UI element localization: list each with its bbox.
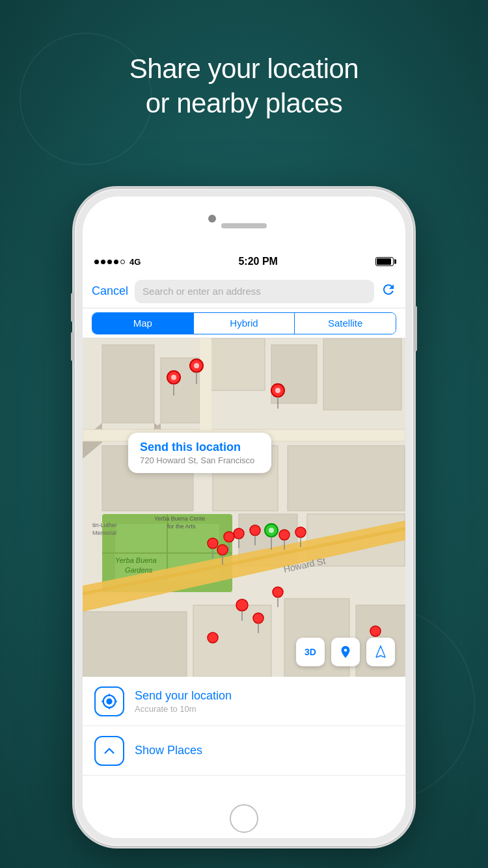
svg-point-38 — [194, 363, 199, 368]
front-camera — [208, 215, 216, 223]
send-location-icon-container — [94, 686, 124, 716]
send-location-item[interactable]: Send your location Accurate to 10m — [83, 677, 405, 726]
list-area: Send your location Accurate to 10m Show … — [83, 677, 405, 776]
signal-dot-5 — [120, 260, 125, 264]
status-bar: 4G 5:20 PM — [83, 249, 405, 275]
svg-text:Memorial: Memorial — [92, 530, 116, 536]
svg-point-64 — [253, 613, 264, 623]
callout-title: Send this location — [140, 441, 260, 454]
cancel-button[interactable]: Cancel — [92, 284, 128, 298]
svg-point-50 — [224, 532, 234, 542]
svg-text:Yerba Buena Cente: Yerba Buena Cente — [154, 515, 205, 522]
refresh-icon — [381, 282, 396, 297]
headline-line2: or nearby places — [146, 88, 343, 118]
search-bar-row: Cancel Search or enter an address — [83, 275, 405, 308]
svg-point-41 — [275, 388, 280, 393]
show-places-item[interactable]: Show Places — [83, 726, 405, 776]
phone-frame: 4G 5:20 PM Cancel Search or enter an add… — [75, 189, 413, 846]
network-type: 4G — [129, 257, 141, 267]
signal-area: 4G — [94, 257, 141, 267]
volume-down-button — [71, 332, 74, 361]
svg-point-67 — [370, 626, 381, 636]
current-location-icon — [100, 692, 118, 711]
svg-rect-3 — [206, 338, 265, 390]
battery-indicator — [375, 257, 394, 266]
svg-point-54 — [295, 527, 306, 537]
svg-point-58 — [217, 545, 228, 555]
svg-point-46 — [234, 528, 244, 539]
svg-point-69 — [106, 698, 112, 704]
battery-area — [375, 257, 394, 266]
pin-button[interactable] — [331, 638, 360, 666]
earpiece-speaker — [221, 223, 267, 228]
show-places-text: Show Places — [135, 744, 202, 757]
svg-point-60 — [273, 587, 283, 597]
tab-satellite[interactable]: Satellite — [295, 313, 396, 334]
phone-bottom-bezel — [83, 799, 405, 838]
svg-text:Yerba Buena: Yerba Buena — [115, 556, 157, 564]
battery-fill — [377, 258, 391, 265]
signal-dot-3 — [107, 260, 112, 264]
signal-dot-4 — [114, 260, 118, 264]
tab-container: Map Hybrid Satellite — [92, 312, 396, 334]
navigate-icon — [373, 645, 388, 659]
location-callout[interactable]: Send this location 720 Howard St, San Fr… — [128, 433, 271, 473]
svg-point-35 — [171, 375, 176, 380]
screen-content: 4G 5:20 PM Cancel Search or enter an add… — [83, 249, 405, 838]
show-places-icon-container — [94, 736, 124, 766]
show-places-title: Show Places — [135, 744, 202, 757]
headline: Share your location or nearby places — [0, 52, 488, 120]
svg-text:Gardens: Gardens — [125, 566, 153, 574]
volume-up-button — [71, 293, 74, 322]
refresh-button[interactable] — [381, 282, 396, 301]
signal-dot-1 — [94, 260, 99, 264]
phone-top-bezel — [83, 197, 405, 249]
search-placeholder: Search or enter an address — [142, 286, 261, 297]
send-location-subtitle: Accurate to 10m — [135, 704, 232, 714]
tab-map[interactable]: Map — [92, 313, 193, 334]
svg-rect-23 — [83, 612, 187, 677]
svg-point-48 — [250, 525, 260, 536]
phone-screen: 4G 5:20 PM Cancel Search or enter an add… — [83, 197, 405, 838]
signal-dot-2 — [101, 260, 105, 264]
status-time: 5:20 PM — [238, 256, 277, 267]
show-places-icon — [101, 742, 118, 759]
tab-hybrid[interactable]: Hybrid — [194, 313, 295, 334]
svg-rect-1 — [102, 345, 154, 423]
callout-address: 720 Howard St, San Francisco — [140, 455, 260, 465]
svg-point-56 — [208, 538, 218, 549]
3d-button[interactable]: 3D — [296, 638, 325, 666]
home-button[interactable] — [230, 804, 258, 833]
send-location-text: Send your location Accurate to 10m — [135, 689, 232, 714]
map-svg: Howard St tin-Luther Memorial Yerba Buen… — [83, 338, 405, 677]
svg-point-62 — [236, 599, 248, 611]
svg-rect-5 — [323, 338, 401, 410]
power-button — [414, 306, 417, 351]
map-controls: 3D — [296, 638, 395, 666]
svg-point-44 — [269, 528, 274, 533]
svg-point-52 — [279, 530, 290, 540]
map-type-tabs: Map Hybrid Satellite — [83, 308, 405, 338]
navigate-button[interactable] — [366, 638, 395, 666]
search-input[interactable]: Search or enter an address — [135, 280, 374, 303]
pin-icon — [338, 645, 353, 659]
send-location-title: Send your location — [135, 689, 232, 703]
headline-line1: Share your location — [129, 53, 359, 84]
svg-point-66 — [208, 632, 218, 643]
map-view[interactable]: Howard St tin-Luther Memorial Yerba Buen… — [83, 338, 405, 677]
svg-text:for the Arts: for the Arts — [167, 523, 196, 530]
svg-rect-14 — [288, 446, 405, 511]
svg-text:tin-Luther: tin-Luther — [92, 522, 117, 528]
